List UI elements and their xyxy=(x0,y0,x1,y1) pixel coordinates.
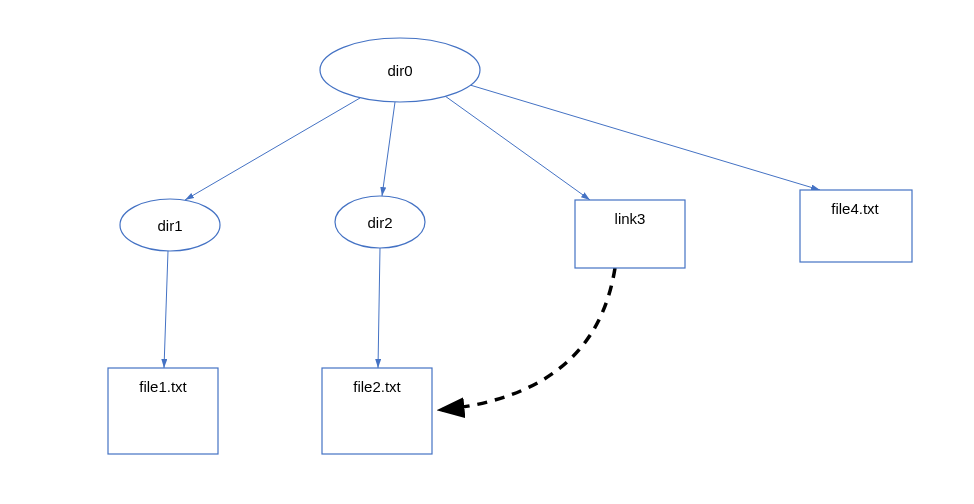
edge-root-link3 xyxy=(445,96,590,200)
node-file2 xyxy=(322,368,432,454)
node-dir2 xyxy=(335,196,425,248)
edge-root-dir2 xyxy=(382,102,395,196)
edge-root-dir1 xyxy=(185,98,360,200)
node-file1 xyxy=(108,368,218,454)
edge-link3-file2 xyxy=(440,268,615,410)
edge-dir2-file2 xyxy=(378,248,380,368)
node-dir0 xyxy=(320,38,480,102)
edge-root-file4 xyxy=(470,85,820,190)
node-file4 xyxy=(800,190,912,262)
node-link3 xyxy=(575,200,685,268)
node-dir1 xyxy=(120,199,220,251)
edge-dir1-file1 xyxy=(164,251,168,368)
diagram-canvas xyxy=(0,0,974,504)
